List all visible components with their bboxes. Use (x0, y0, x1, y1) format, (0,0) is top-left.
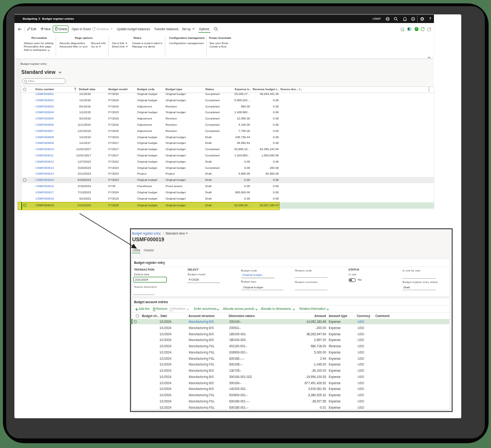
svg-text:P: P (416, 27, 418, 30)
